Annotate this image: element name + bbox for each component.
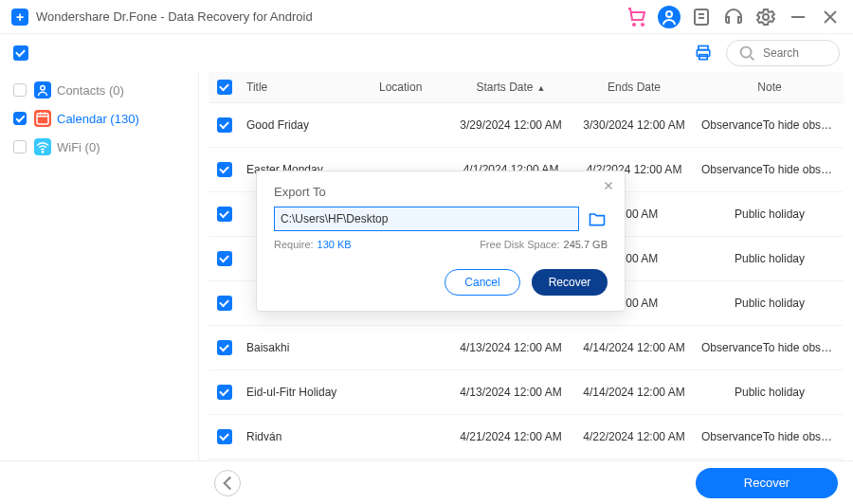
recover-button[interactable]: Recover [696, 468, 838, 498]
support-icon[interactable] [722, 6, 745, 28]
sidebar-checkbox[interactable] [13, 112, 27, 125]
sidebar-item-wifi[interactable]: WiFi (0) [13, 133, 198, 161]
sidebar-item-label: Contacts (0) [57, 83, 124, 98]
svg-point-8 [741, 47, 752, 58]
sidebar-item-label: WiFi (0) [57, 140, 100, 154]
contacts-icon [34, 81, 51, 99]
search-box[interactable] [726, 40, 840, 66]
row-checkbox[interactable] [217, 207, 232, 222]
cell-ends: 4/22/2024 12:00 AM [572, 415, 696, 459]
modal-cancel-button[interactable]: Cancel [445, 269, 520, 296]
back-button[interactable] [214, 470, 241, 496]
sidebar-item-contacts[interactable]: Contacts (0) [13, 76, 198, 104]
svg-point-11 [42, 152, 44, 153]
svg-rect-10 [37, 114, 48, 124]
notes-icon[interactable] [690, 6, 713, 28]
wifi-icon [34, 138, 51, 155]
col-title[interactable]: Title [241, 72, 373, 103]
settings-icon[interactable] [754, 6, 777, 28]
sidebar-checkbox[interactable] [13, 83, 27, 97]
col-note[interactable]: Note [696, 72, 844, 103]
cell-location [373, 415, 449, 459]
svg-point-9 [41, 86, 45, 91]
titlebar: + Wondershare Dr.Fone - Data Recovery fo… [0, 0, 853, 34]
cell-ends: 4/14/2024 12:00 AM [572, 326, 696, 370]
sort-asc-icon: ▲ [537, 83, 546, 93]
sidebar-item-calendar[interactable]: Calendar (130) [13, 104, 198, 133]
svg-point-2 [666, 11, 672, 17]
close-button[interactable] [819, 6, 842, 28]
free-space-label: Free Disk Space:245.7 GB [480, 239, 608, 250]
cell-note: Public holiday [696, 237, 844, 281]
print-icon[interactable] [694, 44, 713, 63]
col-ends[interactable]: Ends Date [572, 72, 696, 103]
arrow-left-icon [215, 471, 240, 495]
row-checkbox[interactable] [217, 429, 232, 444]
table-row[interactable]: Eid-ul-Fitr Holiday4/13/2024 12:00 AM4/1… [209, 370, 844, 415]
cell-note: ObservanceTo hide observances, go to... [696, 326, 844, 370]
table-row[interactable]: Good Friday3/29/2024 12:00 AM3/30/2024 1… [209, 103, 844, 148]
cell-title: Ridván [241, 415, 373, 459]
cell-starts: 4/13/2024 12:00 AM [449, 370, 572, 415]
col-starts[interactable]: Starts Date▲ [449, 72, 572, 103]
cell-location [373, 326, 449, 370]
svg-point-0 [633, 24, 635, 26]
cell-note: ObservanceTo hide observances, go to... [696, 148, 844, 192]
modal-title: Export To [274, 185, 608, 199]
close-icon [602, 179, 615, 192]
row-checkbox[interactable] [217, 251, 232, 266]
footer: Recover [0, 460, 853, 504]
minimize-button[interactable] [787, 6, 809, 28]
toolbar [0, 34, 853, 72]
cell-location [373, 103, 449, 148]
row-checkbox[interactable] [217, 296, 232, 311]
modal-recover-button[interactable]: Recover [532, 269, 608, 296]
cell-location [373, 370, 449, 415]
sidebar-checkbox[interactable] [13, 140, 27, 153]
search-icon [736, 41, 757, 65]
export-modal: Export To Require:130 KB Free Disk Space… [256, 171, 626, 312]
cart-icon[interactable] [626, 6, 648, 28]
svg-point-4 [763, 14, 769, 20]
cell-note: Public holiday [696, 281, 844, 326]
cell-note: Public holiday [696, 370, 844, 415]
folder-icon [587, 209, 608, 228]
sidebar-item-label: Calendar (130) [57, 112, 139, 126]
col-location[interactable]: Location [373, 72, 449, 103]
modal-close-button[interactable] [602, 179, 615, 196]
svg-point-1 [642, 24, 644, 26]
cell-note: ObservanceTo hide observances, go to... [696, 103, 844, 148]
app-logo-icon: + [11, 9, 28, 26]
sidebar: Contacts (0) Calendar (130) WiFi (0) [0, 72, 199, 460]
browse-folder-button[interactable] [587, 209, 608, 228]
cell-note: Public holiday [696, 192, 844, 237]
app-title: Wondershare Dr.Fone - Data Recovery for … [36, 9, 313, 24]
cell-title: Eid-ul-Fitr Holiday [241, 370, 373, 415]
cell-ends: 4/14/2024 12:00 AM [572, 370, 696, 415]
cell-title: Baisakhi [241, 326, 373, 370]
row-checkbox[interactable] [217, 340, 232, 355]
row-checkbox[interactable] [217, 162, 232, 177]
cell-title: Good Friday [241, 103, 373, 148]
cell-note: ObservanceTo hide observances, go to... [696, 415, 844, 459]
cell-starts: 4/21/2024 12:00 AM [449, 415, 572, 459]
search-input[interactable] [763, 46, 829, 60]
account-icon[interactable] [658, 6, 681, 28]
row-checkbox[interactable] [217, 385, 232, 400]
header-checkbox[interactable] [217, 80, 232, 95]
select-all-checkbox[interactable] [13, 45, 28, 61]
calendar-icon [34, 110, 51, 127]
cell-starts: 3/29/2024 12:00 AM [449, 103, 572, 148]
export-path-input[interactable] [274, 207, 579, 231]
require-label: Require:130 KB [274, 239, 352, 250]
cell-ends: 3/30/2024 12:00 AM [572, 103, 696, 148]
table-row[interactable]: Baisakhi4/13/2024 12:00 AM4/14/2024 12:0… [209, 326, 844, 370]
row-checkbox[interactable] [217, 117, 232, 133]
table-row[interactable]: Ridván4/21/2024 12:00 AM4/22/2024 12:00 … [209, 415, 844, 459]
cell-starts: 4/13/2024 12:00 AM [449, 326, 572, 370]
